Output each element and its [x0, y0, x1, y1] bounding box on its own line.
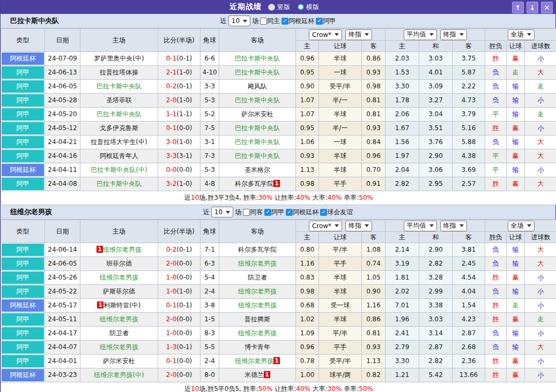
summary-segment: 50%	[258, 385, 273, 392]
team-name: 巴拉卡斯中央队	[10, 16, 59, 26]
league-type-cell: 阿根廷杯	[1, 52, 45, 66]
odds-stage-select[interactable]: 终指	[345, 29, 372, 40]
checkbox-icon[interactable]	[243, 209, 250, 216]
avg-source-select[interactable]: 平均值	[404, 221, 437, 231]
halftime-score: (1-0)	[176, 288, 192, 295]
checkbox-icon[interactable]: ✓	[264, 209, 271, 216]
rank-badge: 1	[264, 371, 270, 378]
filter-option[interactable]: 同主	[260, 17, 280, 26]
away-team-name: 博卡青年	[244, 343, 270, 351]
match-count-select[interactable]: 10	[211, 207, 233, 217]
filter-option-label: 同主	[267, 17, 280, 26]
filter-option[interactable]: ✓球会友谊	[320, 208, 353, 217]
score-cell: 0-1(0-1)	[158, 52, 201, 66]
summary-segment: 50%	[359, 385, 373, 392]
filter-option-label: 阿根廷杯	[288, 17, 314, 26]
close-button[interactable]: ✕	[541, 2, 553, 13]
average-odds-cell: 4.54	[453, 271, 485, 285]
fulltime-score: 2-0	[166, 96, 177, 104]
scope-select[interactable]: 全场	[508, 29, 535, 40]
scope-select[interactable]: 全场	[508, 221, 535, 231]
filter-option-label: 同客	[250, 208, 263, 217]
filter-near-label: 近	[220, 17, 227, 26]
home-team-name: 纽维尔老男孩	[100, 274, 138, 281]
average-odds-cell: 3.19	[386, 257, 419, 271]
league-type-cell: 阿甲	[1, 243, 45, 257]
away-team-name: 巴拉卡斯中央队	[235, 69, 280, 76]
result-cell: 平	[485, 163, 507, 177]
average-odds-cell: 1.96	[386, 313, 419, 327]
home-team-name: 班菲尔德	[106, 260, 132, 267]
average-odds-cell: 4.04	[453, 285, 485, 299]
away-team-name: 科尔多瓦学院	[235, 180, 273, 187]
radio-selected-icon[interactable]	[268, 4, 275, 11]
summary-segment: 30%	[258, 194, 273, 201]
column-header: 比分(半场)	[158, 220, 201, 243]
league-type-cell: 阿甲	[1, 177, 45, 191]
avg-stage-select[interactable]: 终指	[440, 29, 467, 40]
sub-column-header: 让球	[319, 41, 362, 52]
table-row: 阿甲24-04-21拉普拉塔大学生(中)3-0(1-0)3-1巴拉卡斯中央队1.…	[1, 135, 556, 149]
filter-option[interactable]: ✓阿根廷杯	[281, 17, 314, 26]
filter-option[interactable]: 同客	[243, 208, 263, 217]
home-team-name: 巴拉卡斯中央队	[97, 180, 142, 187]
table-row: 阿甲24-04-07纽维尔老男孩1-3(0-1)5-5博卡青年0.96平手0.9…	[1, 341, 556, 355]
league-badge: 阿根廷杯	[2, 369, 44, 381]
away-team-name: 纽维尔老男孩	[238, 260, 277, 267]
score-cell: 1-3(0-1)	[158, 341, 201, 355]
filter-option[interactable]: ✓阿甲	[316, 17, 336, 26]
result-cell: 小	[525, 327, 556, 341]
corner-cell: 6-3	[201, 257, 219, 271]
halftime-score: (1-0)	[176, 69, 192, 76]
league-badge: 阿根廷杯	[2, 164, 44, 176]
date-cell: 24-05-12	[45, 122, 80, 135]
handicap-odds-cell: 平手	[319, 177, 362, 191]
average-odds-cell: 2.90	[419, 243, 453, 257]
move-up-button[interactable]: ↑	[512, 2, 524, 13]
filter-option[interactable]: ✓阿甲	[264, 208, 284, 217]
filter-option[interactable]: ✓阿根廷杯	[286, 208, 318, 217]
radio-horizontal-layout[interactable]: 横版	[298, 3, 319, 12]
result-cell: 大	[525, 149, 556, 163]
avg-source-select[interactable]: 平均值	[404, 29, 437, 40]
avg-stage-select[interactable]: 终指	[440, 221, 467, 231]
result-cell: 负	[485, 135, 507, 149]
handicap-odds-cell: 0.90	[362, 285, 386, 299]
league-type-cell: 阿甲	[1, 271, 45, 285]
home-team-name: 防卫者	[109, 329, 129, 337]
select-value: 终指	[349, 30, 361, 39]
radio-unselected-icon[interactable]	[298, 4, 304, 10]
checkbox-icon[interactable]: ✓	[286, 209, 293, 216]
corner-cell: 5-4	[201, 271, 219, 285]
league-badge: 阿甲	[2, 108, 44, 120]
average-odds-cell: 2.14	[386, 243, 419, 257]
sub-column-header: 胜负	[485, 232, 507, 243]
summary-segment: 场,胜5平0负5, 胜率:	[199, 385, 258, 392]
handicap-odds-cell: 半球	[319, 163, 362, 177]
result-cell: 输	[507, 327, 525, 341]
home-team-name: 萨尔米安杜	[103, 357, 135, 365]
fulltime-score: 2-0	[166, 371, 177, 379]
away-team-cell: 巴拉卡斯中央队	[219, 149, 296, 163]
fulltime-score: 1-0	[166, 274, 177, 281]
checkbox-icon[interactable]	[260, 18, 267, 25]
odds-source-select[interactable]: Crow*	[309, 29, 342, 40]
checkbox-icon[interactable]: ✓	[281, 18, 288, 25]
result-cell: 平	[485, 108, 507, 122]
checkbox-icon[interactable]: ✓	[320, 209, 327, 216]
average-odds-cell: 3.04	[419, 108, 453, 122]
handicap-odds-cell: 0.96	[362, 149, 386, 163]
score-cell: 3-3(3-1)	[158, 149, 201, 163]
filter-option-label: 阿根廷杯	[293, 208, 318, 217]
match-count-select[interactable]: 10	[228, 16, 250, 26]
radio-vertical-layout[interactable]: 竖版	[268, 3, 290, 12]
league-type-cell: 阿根廷杯	[1, 163, 45, 177]
result-cell: 小	[525, 122, 556, 135]
odds-stage-select[interactable]: 终指	[345, 221, 372, 231]
score-cell: 0-1(0-0)	[158, 122, 201, 135]
halftime-score: (0-0)	[176, 274, 192, 281]
checkbox-icon[interactable]: ✓	[316, 18, 323, 25]
move-down-button[interactable]: ↓	[527, 2, 538, 13]
result-cell: 赢	[507, 355, 525, 368]
odds-source-select[interactable]: Crow*	[309, 221, 342, 231]
